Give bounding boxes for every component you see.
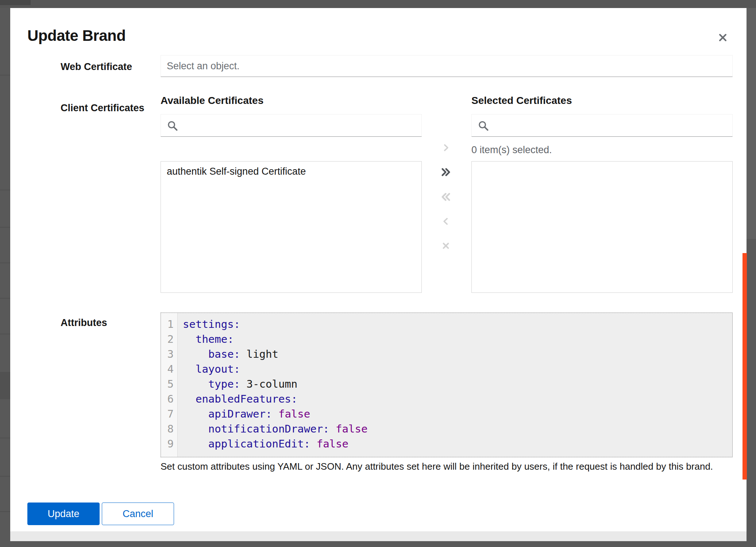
line-number: 8 bbox=[161, 422, 174, 437]
attributes-help-text: Set custom attributes using YAML or JSON… bbox=[161, 461, 733, 472]
code-gutter: 123456789 bbox=[161, 313, 178, 457]
modal-title: Update Brand bbox=[27, 27, 126, 44]
angle-right-icon bbox=[441, 143, 451, 152]
selected-certificates-heading: Selected Certificates bbox=[471, 95, 572, 106]
available-search-input[interactable] bbox=[161, 115, 421, 136]
line-number: 3 bbox=[161, 347, 174, 362]
code-line: notificationDrawer: false bbox=[183, 422, 732, 437]
backdrop-bottom-strip bbox=[10, 531, 747, 541]
code-line: applicationEdit: false bbox=[183, 437, 732, 451]
backdrop-row-divider bbox=[0, 511, 10, 512]
close-button[interactable] bbox=[714, 29, 731, 46]
code-line: settings: bbox=[183, 317, 732, 332]
backdrop-row-divider bbox=[0, 298, 10, 299]
code-line: type: 3-column bbox=[183, 377, 732, 392]
selected-search[interactable] bbox=[471, 114, 733, 137]
backdrop-row-divider bbox=[0, 334, 10, 334]
backdrop-left-block bbox=[0, 372, 10, 399]
update-brand-modal: Update Brand Web Certificate Client Cert… bbox=[10, 8, 747, 531]
transfer-add-selected-button[interactable] bbox=[437, 139, 455, 156]
transfer-clear-button[interactable] bbox=[437, 237, 455, 255]
search-icon bbox=[167, 120, 178, 132]
line-number: 7 bbox=[161, 407, 174, 422]
backdrop-row-divider bbox=[0, 75, 10, 75]
line-number: 4 bbox=[161, 362, 174, 377]
cancel-button[interactable]: Cancel bbox=[102, 503, 174, 525]
backdrop-row-divider bbox=[0, 476, 10, 477]
backdrop-top-strip bbox=[0, 0, 756, 8]
selected-count-status: 0 item(s) selected. bbox=[471, 144, 552, 156]
line-number: 6 bbox=[161, 392, 174, 407]
times-icon bbox=[441, 241, 451, 251]
close-icon bbox=[717, 32, 729, 43]
code-line: enabledFeatures: bbox=[183, 392, 732, 407]
code-content[interactable]: settings: theme: base: light layout: typ… bbox=[178, 313, 732, 457]
available-certificates-list[interactable]: authentik Self-signed Certificate bbox=[161, 161, 422, 293]
transfer-remove-all-button[interactable] bbox=[437, 188, 455, 206]
certificate-list-item[interactable]: authentik Self-signed Certificate bbox=[161, 162, 421, 182]
code-line: layout: bbox=[183, 362, 732, 377]
line-number: 9 bbox=[161, 437, 174, 451]
available-search[interactable] bbox=[161, 114, 422, 137]
angle-left-icon bbox=[441, 217, 451, 226]
web-certificate-label: Web Certificate bbox=[61, 61, 132, 73]
client-certificates-label: Client Certificates bbox=[61, 102, 144, 114]
backdrop-row-divider bbox=[0, 438, 10, 438]
selected-search-input[interactable] bbox=[472, 115, 732, 136]
web-certificate-input[interactable] bbox=[161, 55, 732, 77]
available-certificates-heading: Available Certificates bbox=[161, 95, 263, 106]
angle-double-right-icon bbox=[440, 166, 452, 178]
line-number: 2 bbox=[161, 332, 174, 347]
attributes-code-editor[interactable]: 123456789 settings: theme: base: light l… bbox=[161, 313, 733, 457]
search-icon bbox=[478, 120, 489, 132]
code-line: theme: bbox=[183, 332, 732, 347]
attributes-label: Attributes bbox=[61, 317, 107, 329]
backdrop-row-divider bbox=[0, 263, 10, 263]
transfer-remove-selected-button[interactable] bbox=[437, 213, 455, 230]
selected-certificates-list[interactable] bbox=[471, 161, 733, 293]
backdrop-right-upper bbox=[747, 8, 756, 239]
backdrop-top-left-block bbox=[0, 0, 31, 5]
backdrop-row-divider bbox=[0, 227, 10, 228]
code-line: apiDrawer: false bbox=[183, 407, 732, 422]
code-line: base: light bbox=[183, 347, 732, 362]
backdrop-row-divider bbox=[0, 190, 10, 190]
web-certificate-select[interactable] bbox=[161, 55, 733, 77]
line-number: 1 bbox=[161, 317, 174, 332]
transfer-add-all-button[interactable] bbox=[437, 163, 455, 181]
line-number: 5 bbox=[161, 377, 174, 392]
orange-scroll-indicator[interactable] bbox=[742, 253, 747, 480]
angle-double-left-icon bbox=[440, 191, 452, 203]
screen: Update Brand Web Certificate Client Cert… bbox=[0, 0, 756, 547]
update-button[interactable]: Update bbox=[27, 503, 100, 525]
